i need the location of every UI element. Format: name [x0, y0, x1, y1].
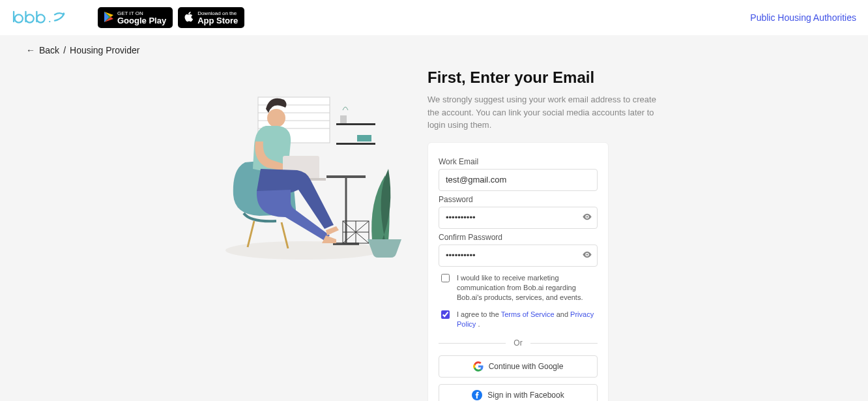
google-play-badge[interactable]: GET IT ON Google Play	[98, 7, 173, 28]
work-email-input[interactable]	[439, 169, 598, 191]
logo[interactable]	[12, 9, 72, 26]
breadcrumb-sep: /	[63, 45, 66, 55]
svg-rect-16	[336, 143, 375, 145]
confirm-password-input[interactable]	[439, 245, 598, 267]
svg-point-3	[49, 21, 50, 22]
svg-point-2	[36, 14, 44, 22]
signup-card: Work Email Password Confirm Password	[427, 142, 609, 402]
svg-rect-18	[340, 115, 347, 123]
breadcrumb-back[interactable]: Back	[39, 45, 59, 55]
confirm-password-label: Confirm Password	[439, 233, 598, 242]
svg-point-4	[63, 12, 65, 14]
svg-point-0	[15, 14, 23, 22]
sign-in-facebook-button[interactable]: Sign in with Facebook	[439, 384, 598, 401]
eye-icon[interactable]	[582, 249, 592, 261]
app-store-badge[interactable]: Download on the App Store	[178, 7, 244, 28]
breadcrumb: ← Back / Housing Provider	[0, 36, 868, 65]
divider-or: Or	[514, 338, 522, 348]
work-email-label: Work Email	[439, 157, 598, 166]
tos-link[interactable]: Terms of Service	[501, 310, 555, 318]
page-title: First, Enter your Email	[427, 68, 662, 87]
svg-point-28	[586, 216, 588, 218]
svg-rect-17	[357, 135, 371, 141]
svg-line-23	[248, 221, 254, 247]
pha-link[interactable]: Public Housing Authorities	[750, 12, 856, 23]
continue-google-button[interactable]: Continue with Google	[439, 355, 598, 378]
page-subtitle: We strongly suggest using your work emai…	[427, 93, 662, 132]
google-icon	[473, 361, 484, 372]
app-store-big: App Store	[197, 16, 238, 25]
svg-rect-19	[326, 175, 366, 178]
top-bar: GET IT ON Google Play Download on the Ap…	[0, 0, 868, 36]
eye-icon[interactable]	[582, 211, 592, 224]
password-input[interactable]	[439, 207, 598, 229]
google-play-icon	[104, 12, 113, 24]
google-play-big: Google Play	[117, 16, 166, 25]
breadcrumb-current: Housing Provider	[70, 45, 139, 55]
svg-point-29	[586, 254, 588, 256]
marketing-checkbox[interactable]	[441, 274, 450, 282]
svg-point-25	[267, 109, 285, 127]
svg-point-1	[25, 14, 33, 22]
facebook-icon	[472, 390, 482, 400]
illustration	[206, 84, 401, 267]
marketing-text: I would like to receive marketing commun…	[457, 273, 598, 303]
password-label: Password	[439, 195, 598, 204]
agree-text: I agree to the Terms of Service and Priv…	[457, 310, 598, 330]
back-arrow-icon[interactable]: ←	[26, 45, 35, 55]
agree-checkbox[interactable]	[441, 310, 450, 319]
svg-rect-15	[336, 123, 375, 125]
apple-icon	[184, 12, 194, 24]
